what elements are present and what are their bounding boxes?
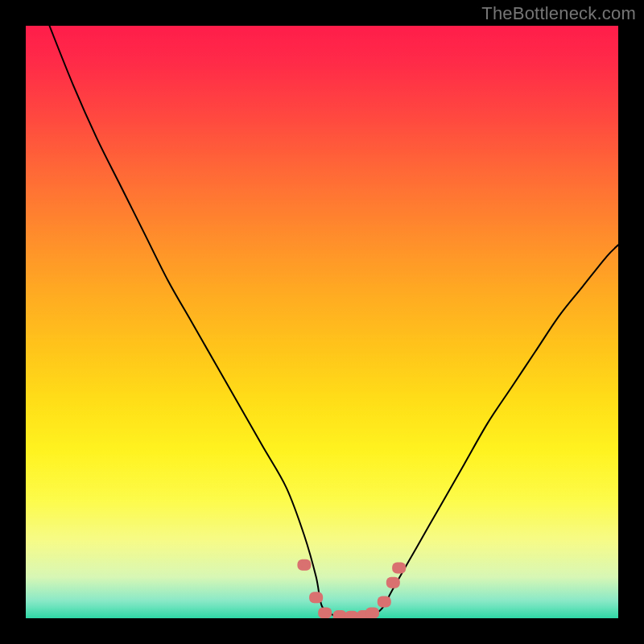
marker-dot — [309, 592, 323, 603]
plot-area — [26, 26, 618, 618]
marker-dot — [345, 611, 358, 618]
bottleneck-curve — [49, 26, 618, 617]
marker-dot — [386, 577, 400, 588]
marker-dot — [378, 596, 391, 607]
highlight-dots — [297, 559, 406, 618]
plot-frame: TheBottleneck.com — [0, 0, 644, 644]
marker-dot — [318, 607, 332, 618]
marker-dot — [333, 610, 347, 618]
marker-dot — [392, 562, 406, 573]
curve-svg — [26, 26, 618, 618]
marker-dot — [365, 607, 379, 618]
watermark-text: TheBottleneck.com — [481, 3, 636, 24]
marker-dot — [357, 610, 370, 618]
marker-dot — [297, 559, 311, 571]
